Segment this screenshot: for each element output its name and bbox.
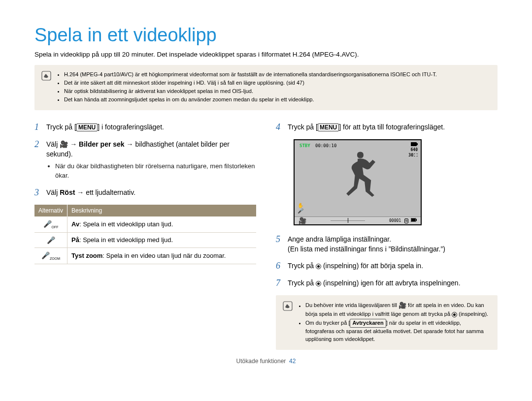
skater-silhouette <box>331 149 385 208</box>
step4-pre: Tryck på [ <box>288 123 318 131</box>
step-number: 1 <box>34 122 41 132</box>
bn1-pre: Du behöver inte vrida lägesväljaren till <box>305 303 399 308</box>
step-number: 6 <box>276 261 283 271</box>
row-bold: Av <box>71 220 79 228</box>
step-4: 4 Tryck på [MENU] för att byta till foto… <box>276 122 498 132</box>
bottom-note-item: Du behöver inte vrida lägesväljaren till… <box>305 301 491 318</box>
step1-post: ] i fotograferingsläget. <box>98 123 164 131</box>
step-6: 6 Tryck på (inspelning) för att börja sp… <box>276 261 498 271</box>
intro-text: Spela in videoklipp på upp till 20 minut… <box>34 51 498 58</box>
record-icon <box>316 281 321 286</box>
camera-screen-preview: STBY 00:00:10 640 30⛶ ✋🎤 🎥 00001 N <box>294 139 422 225</box>
menu-label: MENU <box>318 123 339 131</box>
step2-pre: Välj 🎥 <box>46 140 70 148</box>
bn2-pre: Om du trycker på [ <box>305 320 350 326</box>
shutter-label: Avtryckaren <box>350 319 386 328</box>
fps: 30 <box>408 153 413 158</box>
top-note-item: Det är inte säkert att ditt minneskort s… <box>64 79 437 87</box>
svg-rect-1 <box>411 142 417 146</box>
step2-bold: Bilder per sek <box>79 140 125 148</box>
stby-label: STBY <box>299 143 310 148</box>
mic-on-icon: 🎤 <box>47 236 55 244</box>
step-5: 5 Ange andra lämpliga inställningar. (En… <box>276 234 498 254</box>
fps-icon: ⛶ <box>414 153 418 158</box>
top-note-item: När optisk bildstabilisering är aktivera… <box>64 88 437 95</box>
step-number: 3 <box>34 187 41 198</box>
mic-off-icon: 🎤OFF <box>43 220 59 228</box>
options-table: Alternativ Beskrivning 🎤OFF Av: Spela in… <box>34 205 256 264</box>
bottom-note-item: Om du trycker på [Avtryckaren] när du sp… <box>305 319 491 343</box>
battery-icon <box>411 142 418 146</box>
svg-rect-4 <box>411 218 415 221</box>
row-bold: På <box>71 236 79 244</box>
step5-l2: (En lista med inställningar finns i ”Bil… <box>288 245 445 253</box>
bottom-note-box: Du behöver inte vrida lägesväljaren till… <box>276 295 498 350</box>
step-number: 2 <box>34 139 41 181</box>
card-icon: N <box>404 218 408 223</box>
top-note-list: H.264 (MPEG-4 part10/AVC) är ett högkomp… <box>56 71 437 104</box>
battery-icon-small <box>411 218 417 222</box>
row-text: : Spela in ett videoklipp med ljud. <box>79 236 173 244</box>
table-row: 🎤ZOOM Tyst zoom: Spela in en video utan … <box>34 247 256 264</box>
step-2: 2 Välj 🎥 Bilder per sek bildhastighet (a… <box>34 139 256 181</box>
note-icon <box>41 71 51 81</box>
step3-bold: Röst <box>60 188 75 196</box>
step6-post: (inspelning) för att börja spela in. <box>321 262 423 270</box>
step3-pre: Välj <box>46 188 60 196</box>
table-row: 🎤OFF Av: Spela in ett videoklipp utan lj… <box>34 216 256 232</box>
menu-label: MENU <box>76 123 98 131</box>
resolution: 640 <box>411 148 418 152</box>
step4-post: ] för att byta till fotograferingsläget. <box>339 123 445 131</box>
svg-rect-5 <box>416 219 417 221</box>
record-icon <box>452 312 457 317</box>
footer-text: Utökade funktioner <box>236 358 286 365</box>
step7-pre: Tryck på <box>288 279 316 287</box>
step5-l1: Ange andra lämpliga inställningar. <box>288 235 391 243</box>
step1-pre: Tryck på [ <box>46 123 76 131</box>
timecode: 00:00:10 <box>315 143 336 148</box>
note-icon <box>283 301 293 311</box>
page-footer: Utökade funktioner 42 <box>34 358 498 365</box>
counter: 00001 <box>389 218 401 223</box>
left-osd-icons: ✋🎤 <box>298 203 303 214</box>
step-number: 4 <box>276 122 283 132</box>
bn1-end: (inspelning). <box>457 311 488 317</box>
video-mode-icon: 🎥 <box>399 302 406 309</box>
mic-zoom-icon: 🎤ZOOM <box>41 251 60 259</box>
step6-pre: Tryck på <box>288 262 316 270</box>
row-text: : Spela in ett videoklipp utan ljud. <box>79 220 173 228</box>
top-note-item: Det kan hända att zoomningsljudet spelas… <box>64 96 437 104</box>
row-bold: Tyst zoom <box>71 252 102 259</box>
table-row: 🎤 På: Spela in ett videoklipp med ljud. <box>34 232 256 247</box>
exposure-bar <box>331 219 365 222</box>
top-note-box: H.264 (MPEG-4 part10/AVC) är ett högkomp… <box>34 65 498 110</box>
page-number: 42 <box>289 358 296 365</box>
step-1: 1 Tryck på [MENU] i fotograferingsläget. <box>34 122 256 132</box>
page-title: Spela in ett videoklipp <box>34 25 498 46</box>
step7-post: (inspelning) igen för att avbryta inspel… <box>321 279 461 287</box>
svg-rect-2 <box>417 143 418 145</box>
step-number: 5 <box>276 234 283 254</box>
step-7: 7 Tryck på (inspelning) igen för att avb… <box>276 278 498 288</box>
table-head-desc: Beskrivning <box>67 205 256 216</box>
mode-icon: 🎥 <box>299 217 306 224</box>
row-text: : Spela in en video utan ljud när du zoo… <box>102 252 226 259</box>
record-icon <box>316 264 321 269</box>
step2-bullet: När du ökar bildhastigheten blir rörelse… <box>55 162 256 181</box>
step-number: 7 <box>276 278 283 288</box>
step3-post: ett ljudalternativ. <box>86 188 135 196</box>
table-head-icon: Alternativ <box>34 205 67 216</box>
top-note-item: H.264 (MPEG-4 part10/AVC) är ett högkomp… <box>64 71 437 79</box>
step-3: 3 Välj Röst ett ljudalternativ. <box>34 187 256 198</box>
